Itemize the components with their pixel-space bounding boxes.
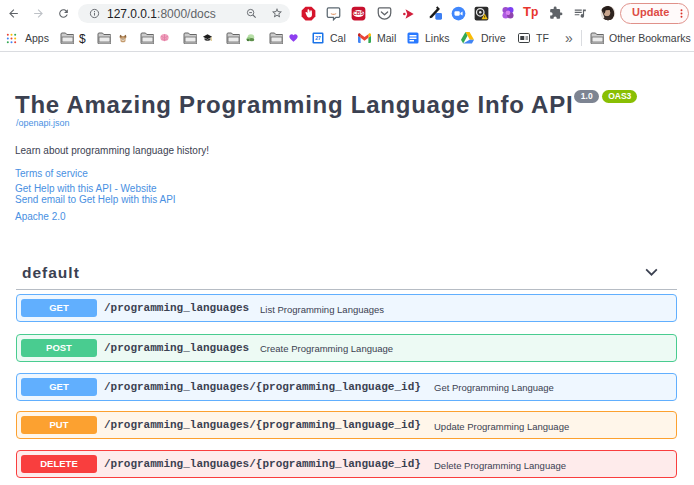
svg-text:CBS: CBS (353, 10, 364, 16)
svg-text:27: 27 (315, 35, 321, 41)
